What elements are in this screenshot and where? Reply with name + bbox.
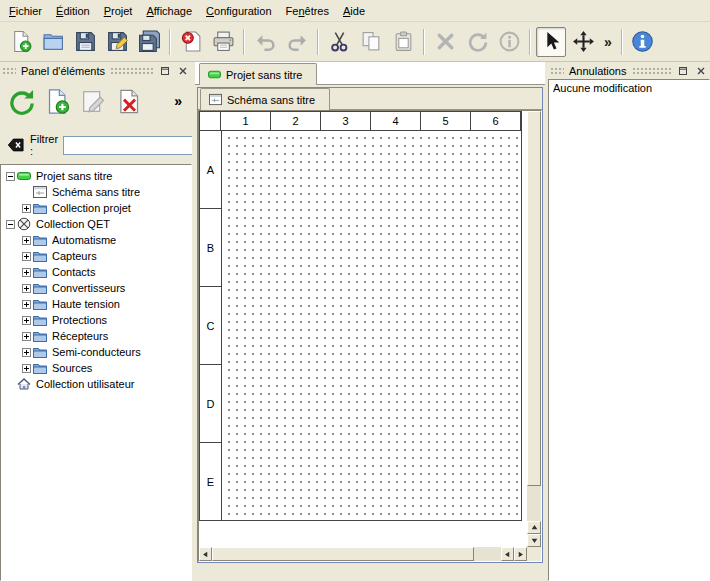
scroll-left-button[interactable] — [199, 547, 212, 561]
scroll-up-button[interactable] — [527, 521, 541, 534]
collapse-icon[interactable] — [4, 220, 17, 229]
expand-icon[interactable] — [20, 364, 33, 373]
rotate-button — [462, 27, 492, 57]
copy-button — [356, 27, 386, 57]
print-button[interactable] — [208, 27, 238, 57]
tree-item-convertisseurs[interactable]: Convertisseurs — [1, 280, 191, 296]
vertical-scrollbar-thumb[interactable] — [527, 111, 541, 486]
expand-icon[interactable] — [20, 204, 33, 213]
main-toolbar: » — [0, 22, 710, 62]
tree-item-capteurs[interactable]: Capteurs — [1, 248, 191, 264]
tree-item-contacts[interactable]: Contacts — [1, 264, 191, 280]
tree-item-sources[interactable]: Sources — [1, 360, 191, 376]
expand-icon[interactable] — [20, 316, 33, 325]
filter-input[interactable] — [63, 136, 213, 155]
filter-label: Filtrer : — [30, 133, 58, 157]
tree-item-protections[interactable]: Protections — [1, 312, 191, 328]
expand-icon[interactable] — [20, 300, 33, 309]
cut-button[interactable] — [324, 27, 354, 57]
vertical-scrollbar[interactable] — [527, 111, 541, 547]
expand-icon[interactable] — [20, 348, 33, 357]
expand-icon[interactable] — [20, 252, 33, 261]
edit-element-button — [76, 84, 110, 118]
dock-float-button[interactable] — [675, 63, 690, 78]
select-arrow-button[interactable] — [536, 27, 566, 57]
reload-collections-button[interactable] — [4, 84, 38, 118]
tree-item-collection-qet[interactable]: Collection QET — [1, 216, 191, 232]
menu-item-fenetres[interactable]: Fenêtres — [279, 2, 336, 20]
expand-icon[interactable] — [20, 284, 33, 293]
project-tab-label: Projet sans titre — [226, 69, 302, 81]
column-label: 5 — [421, 112, 471, 131]
tree-item-label: Contacts — [52, 266, 95, 278]
panel-overflow-chevron[interactable]: » — [168, 93, 188, 109]
scroll-right-button[interactable] — [514, 547, 527, 561]
expand-icon[interactable] — [20, 236, 33, 245]
diagram-canvas[interactable]: 123456 ABCDE — [199, 111, 527, 547]
tree-item-collection-projet[interactable]: Collection projet — [1, 200, 191, 216]
tree-item-projet-sans-titre[interactable]: Projet sans titre — [1, 168, 191, 184]
diagram-tab-label: Schéma sans titre — [227, 94, 315, 106]
save-all-button[interactable] — [134, 27, 164, 57]
expand-icon[interactable] — [20, 268, 33, 277]
horizontal-scrollbar-track[interactable] — [474, 547, 501, 561]
collapse-icon[interactable] — [4, 172, 17, 181]
tree-item-label: Collection QET — [36, 218, 110, 230]
about-info-button[interactable] — [628, 27, 658, 57]
element-panel-dock: Panel d'éléments » Filtrer : Projet sans… — [0, 62, 192, 581]
menu-item-projet[interactable]: Projet — [97, 2, 140, 20]
menu-item-fichier[interactable]: Fichier — [2, 2, 49, 20]
open-file-button[interactable] — [38, 27, 68, 57]
scroll-down-button[interactable] — [527, 534, 541, 547]
new-file-button[interactable] — [6, 27, 36, 57]
home-icon — [17, 377, 32, 391]
dock-close-button[interactable] — [175, 63, 190, 78]
expand-icon[interactable] — [20, 332, 33, 341]
horizontal-scrollbar-thumb[interactable] — [212, 547, 474, 561]
horizontal-scrollbar[interactable] — [199, 547, 527, 561]
dock-float-button[interactable] — [157, 63, 172, 78]
menu-item-aide[interactable]: Aide — [336, 2, 372, 20]
filter-row: Filtrer : — [0, 131, 192, 159]
tab-schema-sans-titre[interactable]: Schéma sans titre — [200, 88, 330, 110]
tree-item-schema-sans-titre[interactable]: Schéma sans titre — [1, 184, 191, 200]
vertical-scrollbar-track[interactable] — [527, 486, 541, 521]
move-tool-button[interactable] — [568, 27, 598, 57]
qelectrotech-window: FichierÉditionProjetAffichageConfigurati… — [0, 0, 710, 581]
tree-item-label: Capteurs — [52, 250, 97, 262]
element-tree[interactable]: Projet sans titreSchéma sans titreCollec… — [0, 164, 192, 581]
column-ruler: 123456 — [200, 112, 521, 131]
tree-item-haute-tension[interactable]: Haute tension — [1, 296, 191, 312]
tree-item-recepteurs[interactable]: Récepteurs — [1, 328, 191, 344]
clear-filter-button[interactable] — [6, 136, 25, 155]
close-file-button[interactable] — [176, 27, 206, 57]
scroll-left-button-2[interactable] — [501, 547, 514, 561]
delete-element-button[interactable] — [112, 84, 146, 118]
toolbar-separator — [621, 29, 623, 55]
undo-history-item[interactable]: Aucune modification — [549, 80, 709, 96]
save-as-button[interactable] — [102, 27, 132, 57]
tree-item-collection-utilisateur[interactable]: Collection utilisateur — [1, 376, 191, 392]
tree-item-label: Collection projet — [52, 202, 131, 214]
toolbar-overflow-chevron[interactable]: » — [599, 34, 617, 50]
menu-item-edition[interactable]: Édition — [49, 2, 97, 20]
dock-grip — [110, 67, 154, 75]
folder-icon — [33, 233, 48, 247]
undo-button — [250, 27, 280, 57]
tab-project-sans-titre[interactable]: Projet sans titre — [199, 63, 317, 85]
undo-history-list[interactable]: Aucune modification — [548, 79, 710, 581]
tree-item-semi-conducteurs[interactable]: Semi-conducteurs — [1, 344, 191, 360]
element-panel-toolbar: » — [0, 79, 192, 123]
new-element-button[interactable] — [40, 84, 74, 118]
diagram-sheet: 123456 ABCDE — [199, 111, 522, 521]
folder-icon — [33, 249, 48, 263]
menu-item-configuration[interactable]: Configuration — [199, 2, 278, 20]
tree-item-automatisme[interactable]: Automatisme — [1, 232, 191, 248]
menu-item-affichage[interactable]: Affichage — [139, 2, 199, 20]
delete-button — [430, 27, 460, 57]
object-info-button — [494, 27, 524, 57]
row-label: C — [200, 287, 222, 365]
folder-icon — [33, 281, 48, 295]
save-button[interactable] — [70, 27, 100, 57]
dock-close-button[interactable] — [693, 63, 708, 78]
